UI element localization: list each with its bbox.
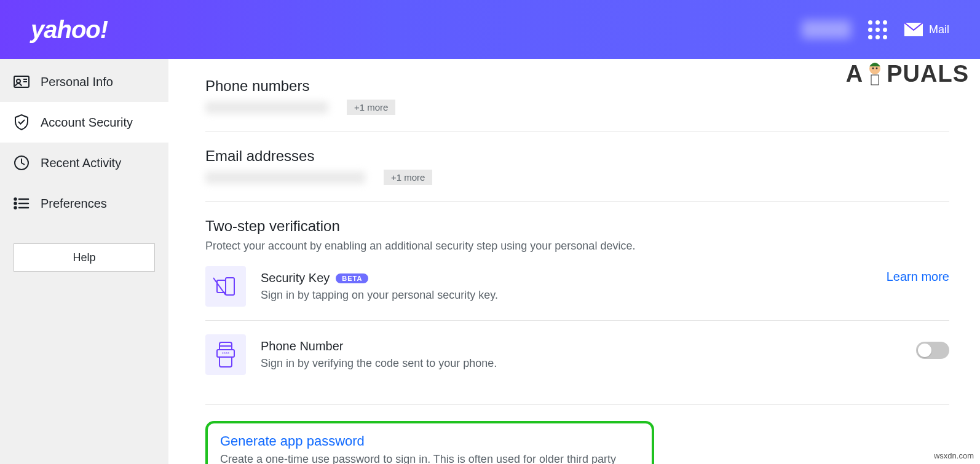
beta-badge: BETA — [336, 273, 368, 283]
main-content: Phone numbers +1 more Email addresses +1… — [168, 59, 980, 464]
yahoo-logo[interactable]: yahoo! — [31, 16, 108, 44]
list-icon — [14, 195, 30, 211]
sidebar-item-label: Recent Activity — [41, 156, 121, 170]
mail-link[interactable]: Mail — [904, 23, 949, 36]
svg-point-8 — [15, 203, 17, 205]
svg-rect-13 — [226, 278, 234, 295]
phone-verify-toggle[interactable] — [916, 342, 949, 359]
sidebar-item-account-security[interactable]: Account Security — [0, 102, 168, 143]
mail-label: Mail — [929, 23, 949, 36]
phone-value-blurred — [205, 101, 328, 114]
header-right: Mail — [802, 20, 949, 39]
sidebar-item-recent-activity[interactable]: Recent Activity — [0, 143, 168, 183]
phone-more-badge[interactable]: +1 more — [347, 100, 395, 115]
svg-point-6 — [15, 199, 17, 200]
help-button[interactable]: Help — [14, 243, 155, 272]
mail-icon — [904, 23, 923, 36]
shield-icon — [14, 114, 30, 130]
sidebar-item-personal-info[interactable]: Personal Info — [0, 61, 168, 102]
security-key-title-text: Security Key — [261, 271, 330, 285]
phone-number-desc: Sign in by verifying the code sent to yo… — [261, 357, 497, 370]
phone-number-row: **** Phone Number Sign in by verifying t… — [205, 321, 949, 388]
user-account-blurred[interactable] — [802, 20, 851, 39]
security-key-icon — [205, 266, 246, 307]
email-addresses-section: Email addresses +1 more — [205, 147, 949, 202]
sidebar: Personal Info Account Security Recent Ac… — [0, 59, 168, 464]
phone-verify-icon: **** — [205, 334, 246, 375]
svg-point-2 — [17, 79, 20, 83]
svg-rect-12 — [217, 280, 226, 293]
email-value-blurred — [205, 171, 365, 184]
learn-more-link[interactable]: Learn more — [887, 270, 949, 284]
security-key-desc: Sign in by tapping on your personal secu… — [261, 289, 498, 302]
phone-numbers-section: Phone numbers +1 more — [205, 77, 949, 132]
section-title: Phone numbers — [205, 77, 949, 95]
security-key-row: Security Key BETA Sign in by tapping on … — [205, 253, 949, 320]
sidebar-item-label: Preferences — [41, 197, 107, 211]
phone-number-title: Phone Number — [261, 339, 497, 353]
section-title: Two-step verification — [205, 218, 949, 235]
svg-point-10 — [15, 207, 17, 209]
svg-text:****: **** — [222, 351, 229, 356]
sidebar-item-label: Personal Info — [41, 75, 113, 89]
email-more-badge[interactable]: +1 more — [384, 170, 432, 185]
section-subtext: Protect your account by enabling an addi… — [205, 240, 949, 253]
apps-grid-icon[interactable] — [868, 20, 887, 39]
security-key-title: Security Key BETA — [261, 271, 498, 285]
generate-app-password-link[interactable]: Generate app password — [220, 433, 365, 449]
clock-icon — [14, 155, 30, 171]
section-title: Email addresses — [205, 147, 949, 165]
top-header: yahoo! Mail — [0, 0, 980, 59]
two-step-section: Two-step verification Protect your accou… — [205, 218, 949, 405]
sidebar-item-label: Account Security — [41, 116, 133, 130]
generate-app-password-box: Generate app password Create a one-time … — [205, 421, 654, 464]
person-card-icon — [14, 74, 30, 90]
source-label: wsxdn.com — [934, 451, 974, 460]
sidebar-item-preferences[interactable]: Preferences — [0, 183, 168, 224]
generate-app-password-desc: Create a one-time use password to sign i… — [220, 453, 639, 464]
